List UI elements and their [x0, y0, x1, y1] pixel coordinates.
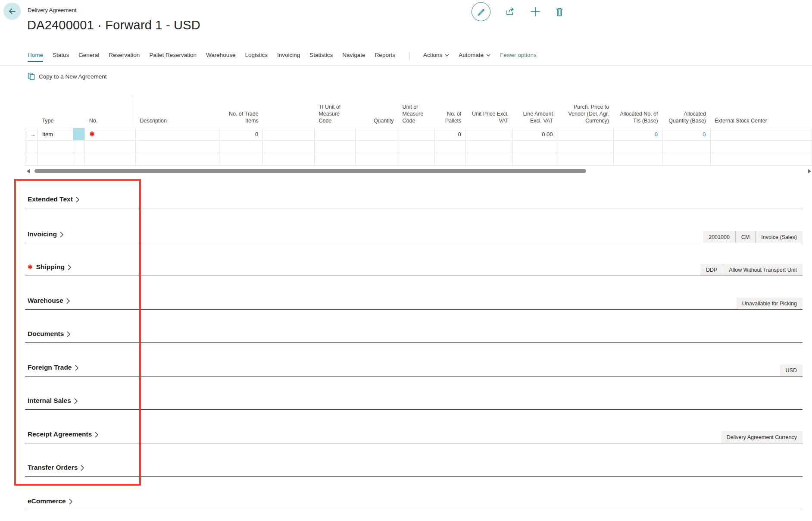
cell-type[interactable]	[37, 141, 73, 153]
cell-alloc_qty[interactable]	[662, 153, 710, 166]
section-receipt-agreements[interactable]: Receipt AgreementsDelivery Agreement Cur…	[25, 418, 803, 443]
column-header-ext_stock[interactable]: External Stock Center	[710, 94, 812, 128]
cell-type[interactable]	[37, 153, 73, 166]
cell-ext_stock[interactable]	[710, 153, 812, 166]
scroll-left-arrow-icon[interactable]	[27, 169, 30, 173]
cell-purch_price[interactable]	[557, 153, 613, 166]
cell-trade_items[interactable]	[219, 153, 263, 166]
cell-description[interactable]	[135, 128, 219, 141]
cell-quantity[interactable]	[355, 128, 398, 141]
column-header-type[interactable]: Type	[37, 94, 73, 128]
section-warehouse[interactable]: WarehouseUnavailable for Picking	[25, 285, 803, 310]
tab-invoicing[interactable]: Invoicing	[277, 52, 300, 62]
tab-reports[interactable]: Reports	[375, 52, 395, 62]
cell-unit_price[interactable]	[465, 153, 512, 166]
scroll-right-arrow-icon[interactable]	[808, 169, 811, 173]
cell-sel[interactable]	[73, 153, 85, 166]
cell-no[interactable]: ✱	[85, 128, 136, 141]
tab-logistics[interactable]: Logistics	[245, 52, 268, 62]
cell-blank[interactable]	[263, 141, 315, 153]
trash-icon	[555, 7, 564, 16]
cell-trade_items[interactable]: 0	[219, 128, 263, 141]
cell-type[interactable]: Item	[37, 128, 73, 141]
section-internal-sales[interactable]: Internal Sales	[25, 385, 803, 410]
column-header-no[interactable]: No.	[85, 94, 136, 128]
cell-quantity[interactable]	[355, 153, 398, 166]
menu-actions[interactable]: Actions	[423, 52, 449, 62]
column-header-unit_price[interactable]: Unit Price Excl. VAT	[465, 94, 512, 128]
column-header-quantity[interactable]: Quantity	[355, 94, 398, 128]
cell-sel[interactable]	[73, 128, 85, 141]
column-header-trade_items[interactable]: No. of Trade Items	[219, 94, 263, 128]
cell-blank[interactable]	[263, 153, 315, 166]
tab-home[interactable]: Home	[28, 52, 43, 62]
cell-ti_uom[interactable]	[314, 128, 355, 141]
cell-uom[interactable]	[398, 141, 434, 153]
cell-pallets[interactable]	[434, 141, 465, 153]
cell-description[interactable]	[135, 153, 219, 166]
column-header-alloc_qty[interactable]: Allocated Quantity (Base)	[662, 94, 710, 128]
cell-no[interactable]	[85, 141, 136, 153]
cell-alloc_qty[interactable]	[662, 141, 710, 153]
section-documents[interactable]: Documents	[25, 318, 803, 343]
section-ecommerce[interactable]: eCommerce	[25, 485, 803, 510]
cell-ti_uom[interactable]	[314, 153, 355, 166]
tab-status[interactable]: Status	[53, 52, 69, 62]
cell-pallets[interactable]: 0	[434, 128, 465, 141]
cell-sel[interactable]	[73, 141, 85, 153]
cell-line_amount[interactable]	[513, 153, 557, 166]
cell-line_amount[interactable]	[513, 141, 557, 153]
cell-alloc_tis[interactable]	[613, 153, 662, 166]
cell-ext_stock[interactable]	[710, 141, 812, 153]
column-header-purch_price[interactable]: Purch. Price to Vendor (Del. Agr. Curren…	[557, 94, 613, 128]
cell-trade_items[interactable]	[219, 141, 263, 153]
section-transfer-orders[interactable]: Transfer Orders	[25, 452, 803, 477]
cell-indicator[interactable]	[25, 153, 38, 166]
cell-alloc_qty[interactable]: 0	[662, 128, 710, 141]
edit-button[interactable]	[472, 2, 490, 21]
cell-blank[interactable]	[263, 128, 315, 141]
cell-ti_uom[interactable]	[314, 141, 355, 153]
tab-statistics[interactable]: Statistics	[309, 52, 333, 62]
cell-purch_price[interactable]	[557, 141, 613, 153]
tab-general[interactable]: General	[78, 52, 99, 62]
cell-alloc_tis[interactable]: 0	[613, 128, 662, 141]
column-header-line_amount[interactable]: Line Amount Excl. VAT	[513, 94, 557, 128]
column-header-alloc_tis[interactable]: Allocated No. of TIs (Base)	[613, 94, 662, 128]
scrollbar-thumb[interactable]	[34, 169, 586, 173]
cell-indicator[interactable]	[25, 141, 38, 153]
delete-button[interactable]	[555, 7, 564, 16]
cell-uom[interactable]	[398, 153, 434, 166]
cell-alloc_tis[interactable]	[613, 141, 662, 153]
tab-warehouse[interactable]: Warehouse	[206, 52, 236, 62]
cell-no[interactable]	[85, 153, 136, 166]
column-header-description[interactable]: Description	[135, 94, 219, 128]
section-shipping[interactable]: ✱ShippingDDPAllow Without Transport Unit	[25, 251, 803, 276]
menu-automate[interactable]: Automate	[459, 52, 490, 62]
cell-unit_price[interactable]	[465, 141, 512, 153]
cell-uom[interactable]	[398, 128, 434, 141]
column-header-pallets[interactable]: No. of Pallets	[434, 94, 465, 128]
tab-navigate[interactable]: Navigate	[342, 52, 365, 62]
tab-pallet-reservation[interactable]: Pallet Reservation	[149, 52, 197, 62]
cell-description[interactable]	[135, 141, 219, 153]
section-extended-text[interactable]: Extended Text	[25, 183, 803, 208]
cell-pallets[interactable]	[434, 153, 465, 166]
cell-line_amount[interactable]: 0.00	[513, 128, 557, 141]
tab-reservation[interactable]: Reservation	[109, 52, 140, 62]
column-header-uom[interactable]: Unit of Measure Code	[398, 94, 434, 128]
back-button[interactable]	[3, 3, 21, 20]
cell-ext_stock[interactable]	[710, 128, 812, 141]
share-button[interactable]	[505, 7, 515, 16]
new-button[interactable]	[530, 6, 540, 17]
cell-quantity[interactable]	[355, 141, 398, 153]
copy-to-new-agreement-action[interactable]: Copy to a New Agreement	[28, 70, 107, 83]
fewer-options-button[interactable]: Fewer options	[500, 52, 537, 62]
cell-purch_price[interactable]	[557, 128, 613, 141]
section-invoicing[interactable]: Invoicing2001000CMInvoice (Sales)	[25, 218, 803, 243]
cell-unit_price[interactable]	[465, 128, 512, 141]
column-header-ti_uom[interactable]: TI Unit of Measure Code	[314, 94, 355, 128]
section-foreign-trade[interactable]: Foreign TradeUSD	[25, 352, 803, 377]
cell-indicator[interactable]: →	[25, 128, 38, 141]
horizontal-scrollbar[interactable]	[25, 168, 812, 174]
